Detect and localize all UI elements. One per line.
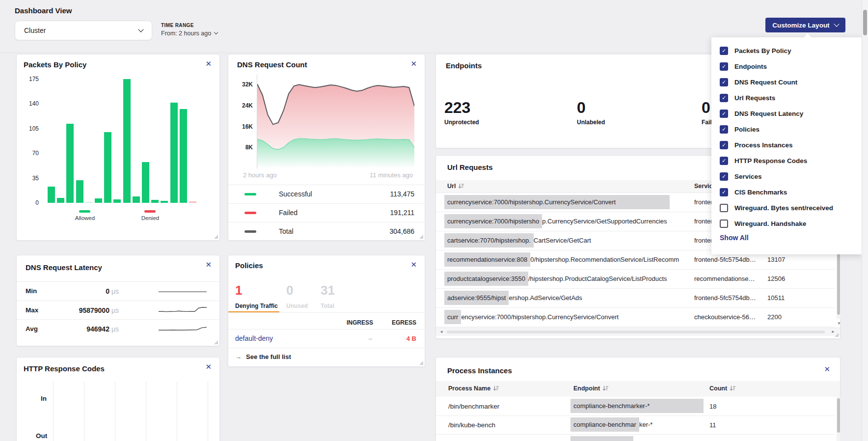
legend-row-total: Total304,686 xyxy=(228,222,425,241)
checkbox-unchecked-icon[interactable] xyxy=(720,204,728,212)
menu-item-cis-benchmarks[interactable]: ✓CIS Benchmarks xyxy=(711,184,863,200)
table-row: /bin/benchmarkercompliance-benchmarker-*… xyxy=(436,397,835,415)
checkbox-checked-icon[interactable]: ✓ xyxy=(720,125,728,134)
policies-card: Policies ✕ 1Denying Traffic0Unused31Tota… xyxy=(228,255,425,367)
close-icon[interactable]: ✕ xyxy=(824,365,830,373)
sort-icon[interactable] xyxy=(602,386,609,391)
latency-row-max: Max95879000µs xyxy=(17,301,219,320)
scroll-down-icon[interactable]: ▼ xyxy=(837,322,841,326)
column-header-count[interactable]: Count xyxy=(709,385,736,392)
column-header-egress[interactable]: EGRESS xyxy=(391,319,416,326)
view-selector-dropdown[interactable]: Cluster xyxy=(15,21,152,40)
legend-value: 304,686 xyxy=(389,227,414,235)
checkbox-checked-icon[interactable]: ✓ xyxy=(720,172,728,181)
checkbox-checked-icon[interactable]: ✓ xyxy=(720,157,728,165)
menu-item-label: Endpoints xyxy=(734,63,767,70)
url-highlight: productcatalogservice:3550 xyxy=(444,272,528,286)
sort-icon[interactable] xyxy=(458,183,464,189)
close-icon[interactable]: ✕ xyxy=(410,60,417,67)
menu-item-process-instances[interactable]: ✓Process Instances xyxy=(711,137,863,153)
menu-item-wireguard-handshake[interactable]: Wireguard. Handshake xyxy=(711,216,863,231)
resize-handle[interactable] xyxy=(419,361,423,365)
see-full-list-link[interactable]: → See the full list xyxy=(235,353,291,360)
menu-item-packets-by-policy[interactable]: ✓Packets By Policy xyxy=(711,43,863,58)
column-header-ingress[interactable]: INGRESS xyxy=(347,319,372,326)
bar-allowed xyxy=(180,109,187,203)
resize-handle[interactable] xyxy=(835,333,839,337)
horizontal-scrollbar[interactable]: ◄ ► xyxy=(436,328,840,336)
policy-stat-denying-traffic[interactable]: 1Denying Traffic xyxy=(235,284,278,309)
show-all-link[interactable]: Show All xyxy=(720,234,749,242)
column-header-process-name[interactable]: Process Name xyxy=(448,385,499,392)
scrollbar-thumb[interactable] xyxy=(447,331,825,333)
value-number: 95879000 xyxy=(79,306,109,314)
legend-row-successful: Successful113,475 xyxy=(228,185,425,204)
table-row: adservice:9555/hipstershop.AdService/Get… xyxy=(436,288,835,307)
menu-item-wireguard-bytes-sent-received[interactable]: Wireguard. Bytes sent/received xyxy=(711,200,863,216)
menu-item-url-requests[interactable]: ✓Url Requests xyxy=(711,90,863,106)
y-tick-label: 0 xyxy=(17,199,39,206)
row-divider xyxy=(228,329,425,330)
grid-line xyxy=(146,382,146,441)
close-icon[interactable]: ✕ xyxy=(205,363,212,370)
column-label: Url xyxy=(447,183,456,190)
resize-handle[interactable] xyxy=(419,235,423,239)
column-header-url[interactable]: Url xyxy=(447,183,464,190)
time-range-value-dropdown[interactable]: From: 2 hours ago xyxy=(161,30,217,37)
egress-value: 4 B xyxy=(391,335,416,342)
x-axis-label-end: 11 minutes ago xyxy=(370,171,413,179)
vertical-scrollbar[interactable] xyxy=(837,397,841,441)
column-label: Process Name xyxy=(448,385,490,392)
url-highlight: curr xyxy=(444,310,461,324)
stat-label: Unused xyxy=(286,303,308,309)
close-icon[interactable]: ✕ xyxy=(205,261,212,268)
checkbox-unchecked-icon[interactable] xyxy=(720,220,728,228)
page-scrollbar[interactable] xyxy=(862,0,868,441)
scroll-left-icon[interactable]: ◄ xyxy=(439,330,443,334)
latency-row-min: Min0µs xyxy=(17,281,219,301)
y-tick-label: 70 xyxy=(17,150,39,157)
stat-value: 223 xyxy=(444,100,479,115)
value-unit: µs xyxy=(111,287,119,295)
menu-item-dns-request-latency[interactable]: ✓DNS Request Latency xyxy=(711,106,863,121)
legend-name: Successful xyxy=(279,190,312,198)
menu-item-policies[interactable]: ✓Policies xyxy=(711,121,863,137)
scrollbar-thumb[interactable] xyxy=(863,10,867,35)
legend-value: 113,475 xyxy=(390,190,414,198)
column-header-endpoint[interactable]: Endpoint xyxy=(573,385,609,392)
sort-icon[interactable] xyxy=(730,386,736,391)
checkbox-checked-icon[interactable]: ✓ xyxy=(720,188,728,196)
menu-item-endpoints[interactable]: ✓Endpoints xyxy=(711,58,863,74)
scrollbar-thumb[interactable] xyxy=(837,398,840,433)
service-cell: checkoutservice-56… xyxy=(694,313,756,321)
legend-swatch-failed xyxy=(244,212,256,214)
checkbox-checked-icon[interactable]: ✓ xyxy=(720,141,728,149)
y-tick-label: 105 xyxy=(17,125,39,132)
time-range: TIME RANGE From: 2 hours ago xyxy=(161,23,217,37)
menu-item-services[interactable]: ✓Services xyxy=(711,168,863,184)
checkbox-checked-icon[interactable]: ✓ xyxy=(720,62,728,71)
resize-handle[interactable] xyxy=(214,340,218,344)
url-cell: currencyservice:7000/hipstershop.Currenc… xyxy=(444,193,670,212)
url-highlight: currencyservice:7000/hipstershop.Currenc… xyxy=(444,195,670,209)
close-icon[interactable]: ✕ xyxy=(205,60,212,67)
menu-item-http-response-codes[interactable]: ✓HTTP Response Codes xyxy=(711,153,863,168)
menu-item-dns-request-count[interactable]: ✓DNS Request Count xyxy=(711,74,863,90)
checkbox-checked-icon[interactable]: ✓ xyxy=(720,94,728,102)
policy-stat-total[interactable]: 31Total xyxy=(321,284,335,309)
checkbox-checked-icon[interactable]: ✓ xyxy=(720,110,728,118)
bar-allowed xyxy=(66,124,74,203)
checkbox-checked-icon[interactable]: ✓ xyxy=(720,47,728,55)
checkbox-checked-icon[interactable]: ✓ xyxy=(720,78,728,86)
sort-icon[interactable] xyxy=(493,386,499,391)
customize-layout-button[interactable]: Customize Layout xyxy=(765,18,845,32)
bar-allowed xyxy=(170,103,178,203)
stat-label: Unlabeled xyxy=(577,119,605,126)
policy-stat-unused[interactable]: 0Unused xyxy=(286,284,308,309)
policy-name-link[interactable]: default-deny xyxy=(235,334,273,342)
bar-chart xyxy=(48,79,205,203)
resize-handle[interactable] xyxy=(214,235,218,239)
url-text: /hipstershop.ProductCatalogService/ListP… xyxy=(528,275,667,282)
table-row: benchmarkercompliance-benchmarker-*9 xyxy=(436,434,835,441)
close-icon[interactable]: ✕ xyxy=(410,261,417,268)
